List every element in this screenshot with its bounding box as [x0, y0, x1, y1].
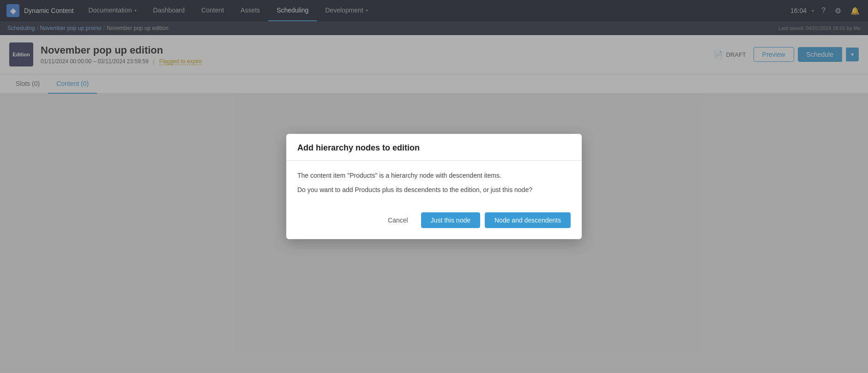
node-and-descendents-button[interactable]: Node and descendents: [485, 212, 571, 228]
modal-dialog: Add hierarchy nodes to edition The conte…: [286, 134, 582, 239]
cancel-button[interactable]: Cancel: [380, 213, 416, 228]
modal-body-line2: Do you want to add Products plus its des…: [297, 185, 571, 195]
modal-title: Add hierarchy nodes to edition: [297, 143, 571, 153]
modal-overlay: Add hierarchy nodes to edition The conte…: [0, 0, 868, 372]
modal-body: The content item "Products" is a hierarc…: [286, 161, 582, 212]
modal-body-line1: The content item "Products" is a hierarc…: [297, 171, 571, 180]
just-this-node-button[interactable]: Just this node: [421, 212, 480, 228]
modal-footer: Cancel Just this node Node and descenden…: [286, 212, 582, 239]
modal-header: Add hierarchy nodes to edition: [286, 134, 582, 161]
